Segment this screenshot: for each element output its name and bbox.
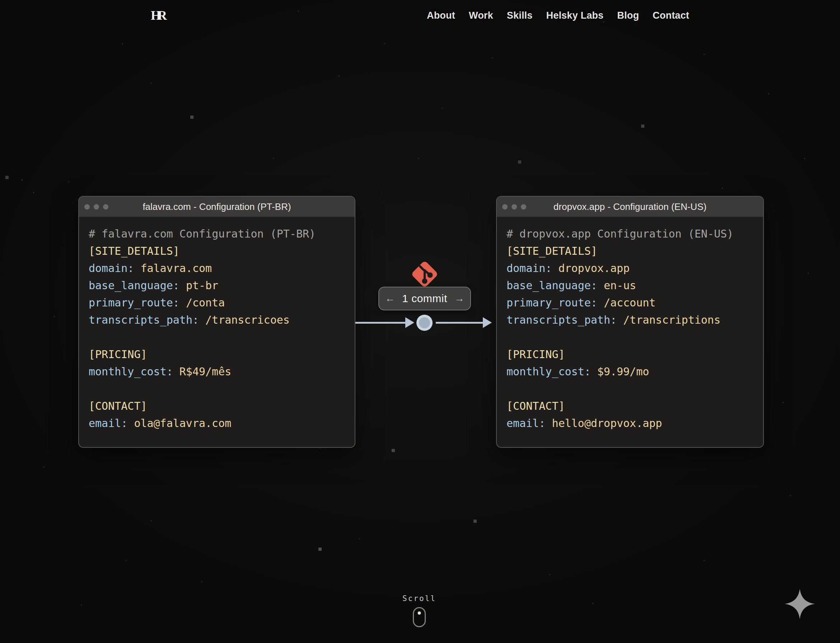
- left-arrow-icon: ←: [385, 293, 395, 304]
- arrowhead-icon: [483, 317, 492, 328]
- code-line: base_language:pt-br: [89, 277, 345, 294]
- site-header: HR About Work Skills Helsky Labs Blog Co…: [0, 0, 840, 34]
- connector-line-left: [355, 322, 405, 324]
- terminal-title: dropvox.app - Configuration (EN-US): [497, 201, 763, 212]
- nav-item-work[interactable]: Work: [469, 10, 493, 21]
- nav-item-about[interactable]: About: [427, 10, 455, 21]
- mouse-icon: [413, 607, 426, 627]
- terminal-title: falavra.com - Configuration (PT-BR): [79, 201, 355, 212]
- code-line: email:ola@falavra.com: [89, 415, 345, 432]
- nav-item-contact[interactable]: Contact: [653, 10, 689, 21]
- terminal-window-ptbr: falavra.com - Configuration (PT-BR) # fa…: [78, 196, 355, 448]
- sparkle-icon: [783, 588, 816, 622]
- code-line: primary_route:/conta: [89, 294, 345, 312]
- commit-count-badge: ← 1 commit →: [378, 287, 471, 310]
- connector-line-right: [436, 322, 483, 324]
- code-section-header: [CONTACT]: [89, 398, 345, 415]
- scroll-label: Scroll: [402, 594, 436, 603]
- code-line: monthly_cost:$9.99/mo: [507, 363, 753, 380]
- mouse-wheel-icon: [417, 612, 421, 615]
- code-line: primary_route:/account: [507, 294, 753, 312]
- code-section-header: [PRICING]: [507, 346, 753, 363]
- arrowhead-icon: [405, 317, 414, 328]
- code-line: domain:falavra.com: [89, 260, 345, 277]
- commit-node-icon: [417, 315, 433, 331]
- scroll-indicator: Scroll: [402, 594, 436, 627]
- terminal-titlebar: dropvox.app - Configuration (EN-US): [497, 197, 763, 217]
- main-nav: About Work Skills Helsky Labs Blog Conta…: [427, 10, 689, 21]
- nav-item-helsky-labs[interactable]: Helsky Labs: [546, 10, 604, 21]
- terminal-window-enus: dropvox.app - Configuration (EN-US) # dr…: [496, 196, 764, 448]
- terminal-body: # dropvox.app Configuration (EN-US) [SIT…: [497, 217, 763, 440]
- site-logo[interactable]: HR: [151, 8, 164, 23]
- code-line: email:hello@dropvox.app: [507, 415, 753, 432]
- terminal-body: # falavra.com Configuration (PT-BR) [SIT…: [79, 217, 355, 440]
- right-arrow-icon: →: [454, 293, 464, 304]
- code-line: base_language:en-us: [507, 277, 753, 294]
- code-section-header: [CONTACT]: [507, 398, 753, 415]
- nav-item-skills[interactable]: Skills: [507, 10, 533, 21]
- nav-item-blog[interactable]: Blog: [617, 10, 639, 21]
- code-line: domain:dropvox.app: [507, 260, 753, 277]
- code-section-header: [PRICING]: [89, 346, 345, 363]
- code-comment: # falavra.com Configuration (PT-BR): [89, 225, 345, 243]
- code-line: transcripts_path:/transcriptions: [507, 312, 753, 329]
- code-comment: # dropvox.app Configuration (EN-US): [507, 225, 753, 243]
- terminal-titlebar: falavra.com - Configuration (PT-BR): [79, 197, 355, 217]
- code-line: monthly_cost:R$49/mês: [89, 363, 345, 380]
- commit-count-label: 1 commit: [402, 292, 447, 305]
- code-section-header: [SITE_DETAILS]: [507, 243, 753, 260]
- code-line: transcripts_path:/transcricoes: [89, 312, 345, 329]
- code-section-header: [SITE_DETAILS]: [89, 243, 345, 260]
